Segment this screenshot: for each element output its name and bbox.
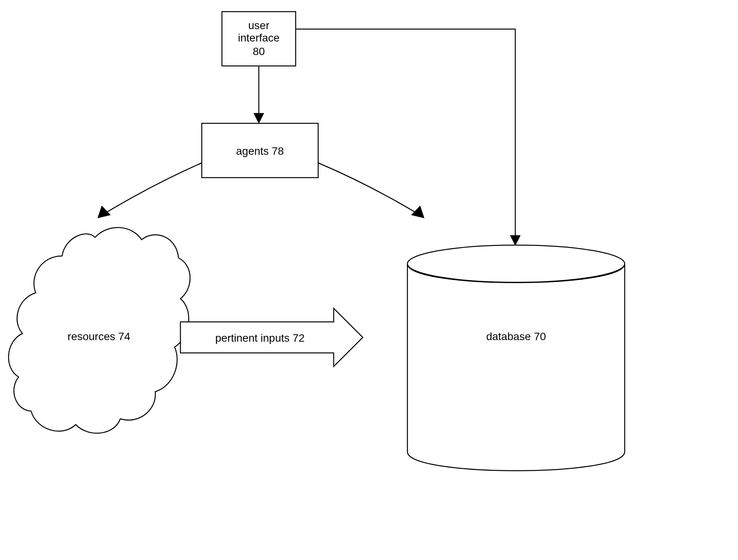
arrow-ui-to-database [296,29,520,245]
agents-node: agents 78 [202,123,318,178]
resources-label: resources 74 [68,330,130,342]
pertinent-inputs-label: pertinent inputs 72 [215,332,305,344]
arrow-agents-to-database [318,163,425,218]
system-diagram: user interface 80 agents 78 resources 74… [0,0,738,560]
user-interface-number: 80 [253,45,265,57]
user-interface-label-1: user [248,19,269,31]
database-label: database 70 [486,330,546,342]
database-node: database 70 [407,245,625,471]
arrow-agents-to-resources [97,163,202,218]
user-interface-label-2: interface [238,32,279,44]
database-cylinder-top [407,245,625,282]
agents-label: agents 78 [236,145,284,157]
svg-marker-1 [254,113,264,123]
svg-marker-4 [510,235,520,245]
resources-node: resources 74 [9,228,190,433]
database-cylinder-body [407,264,625,471]
hollow-arrow-pertinent-inputs: pertinent inputs 72 [180,308,363,366]
user-interface-node: user interface 80 [222,12,296,66]
arrow-ui-to-agents [254,66,264,123]
